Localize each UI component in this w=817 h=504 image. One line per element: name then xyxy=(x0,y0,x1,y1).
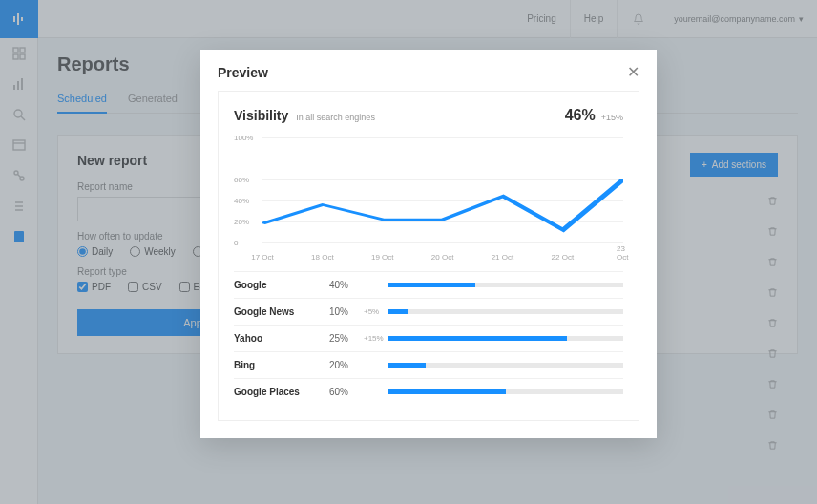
preview-modal: Preview ✕ Visibility In all search engin… xyxy=(200,50,657,438)
chart-x-tick: 18 Oct xyxy=(311,253,334,262)
engine-name: Google Places xyxy=(234,387,329,397)
visibility-percent: 46% xyxy=(565,107,596,124)
engine-bar xyxy=(388,283,623,287)
engine-percent: 25% xyxy=(329,333,364,344)
engine-percent: 20% xyxy=(329,360,364,370)
engine-row: Google News10%+5% xyxy=(234,298,623,325)
chart-x-tick: 19 Oct xyxy=(371,253,394,262)
engine-row: Yahoo25%+15% xyxy=(234,325,623,351)
engine-row: Google40% xyxy=(234,271,623,298)
engine-row: Google Places60% xyxy=(234,378,623,405)
chart-y-tick: 60% xyxy=(234,176,249,184)
engine-bar xyxy=(388,309,623,314)
engine-delta: +15% xyxy=(364,334,388,343)
close-icon[interactable]: ✕ xyxy=(627,63,639,81)
engine-percent: 10% xyxy=(329,306,364,317)
engine-name: Google News xyxy=(234,306,329,317)
engine-bar xyxy=(388,389,623,394)
chart-y-tick: 0 xyxy=(234,239,238,247)
engine-percent: 40% xyxy=(329,280,364,290)
chart-y-tick: 20% xyxy=(234,218,249,226)
engine-bar xyxy=(388,336,623,341)
visibility-subtitle: In all search engines xyxy=(296,113,375,122)
engine-name: Bing xyxy=(234,360,329,370)
chart-x-tick: 21 Oct xyxy=(492,253,514,262)
engine-row: Bing20% xyxy=(234,351,623,378)
engine-name: Yahoo xyxy=(234,333,329,344)
engine-delta: +5% xyxy=(364,307,388,316)
chart-y-tick: 100% xyxy=(234,134,253,142)
engine-bar xyxy=(388,363,623,368)
chart-x-tick: 23 Oct xyxy=(617,244,628,262)
chart-x-tick: 22 Oct xyxy=(552,253,575,262)
chart-y-tick: 40% xyxy=(234,197,249,205)
engine-name: Google xyxy=(234,280,329,290)
visibility-delta: +15% xyxy=(601,113,623,122)
chart-x-tick: 17 Oct xyxy=(251,253,274,262)
engine-percent: 60% xyxy=(329,387,364,397)
chart-x-tick: 20 Oct xyxy=(431,253,454,262)
visibility-title: Visibility xyxy=(234,108,288,123)
visibility-chart: 020%40%60%100% 17 Oct18 Oct19 Oct20 Oct2… xyxy=(234,137,623,262)
modal-title: Preview xyxy=(218,65,268,80)
